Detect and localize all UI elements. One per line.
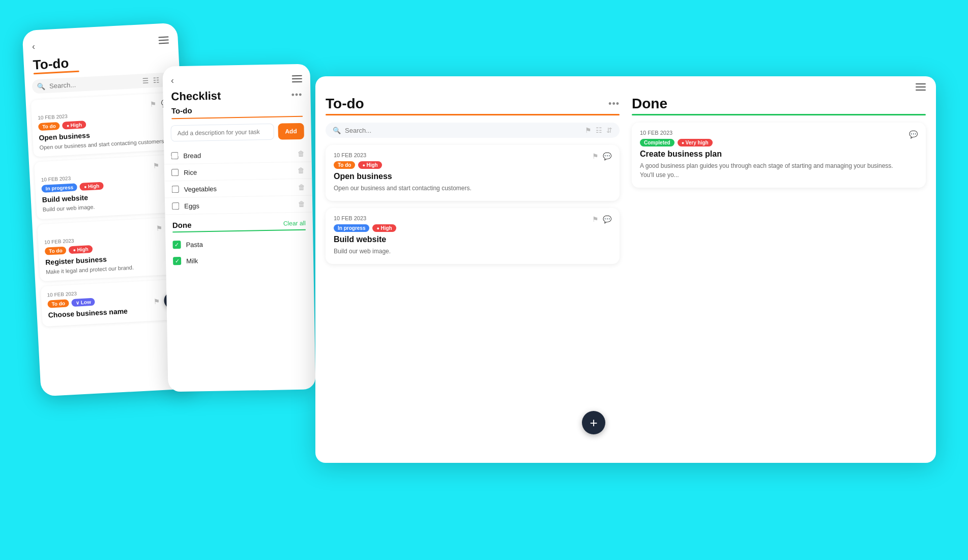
hamburger-menu[interactable] [916,83,926,91]
bookmark-icon-card1[interactable]: ⚑ [592,152,599,160]
checklist-item-rice: Rice 🗑 [164,162,312,181]
add-task-fab[interactable]: + [582,411,605,434]
todo-search-input[interactable] [345,127,581,134]
tag-todo-card1: To do [334,161,355,169]
delete-icon-rice[interactable]: 🗑 [298,166,305,174]
done-label-milk: Milk [186,257,198,264]
screen3-desktop: To-do ••• 🔍 ⚑ ☷ ⇵ 10 FEB 2023 To do [315,76,936,463]
checkbox-rice[interactable] [171,169,179,176]
todo-task-card-1[interactable]: 10 FEB 2023 To do High Open business Ope… [326,145,620,201]
check-icon-milk: ✓ [173,257,181,265]
tag-todo: To do [45,246,67,255]
menu-button-2[interactable] [292,75,302,82]
back-button-2[interactable]: ‹ [171,75,174,86]
card-title: Choose business name [48,306,154,319]
done-card1-date: 10 FEB 2023 [640,130,905,136]
todo-card2-desc: Build our web image. [334,247,588,256]
bookmark-icon[interactable]: ⚑ [156,224,163,232]
bookmark-icon[interactable]: ⚑ [150,100,157,108]
todo-card2-date: 10 FEB 2023 [334,215,588,221]
checklist-item-eggs: Eggs 🗑 [165,195,313,215]
filter-icon[interactable]: ☷ [153,76,160,84]
tag-low: ∨ Low [72,298,96,307]
tag-high: High [62,121,86,129]
task-card-3[interactable]: ⚑ 💬 10 FEB 2023 To do High Register busi… [37,217,185,281]
todo-task-card-2[interactable]: 10 FEB 2023 In progress High Build websi… [326,208,620,264]
bookmark-filter-icon[interactable]: ⚑ [585,126,592,134]
delete-icon-eggs[interactable]: 🗑 [298,200,305,208]
screen2-checklist: ‹ Checklist ••• To-do Add Bread 🗑 Rice 🗑… [162,64,315,392]
checklist-item-bread: Bread 🗑 [164,145,312,164]
todo-search-bar: 🔍 ⚑ ☷ ⇵ [326,123,620,138]
done-col-header: Done [632,96,926,112]
add-task-input[interactable] [170,124,274,142]
todo-column: To-do ••• 🔍 ⚑ ☷ ⇵ 10 FEB 2023 To do [326,96,620,447]
todo-card2-title: Build website [334,235,588,244]
done-card1-title: Create business plan [640,150,905,159]
delete-icon-bread[interactable]: 🗑 [297,150,304,158]
done-col-title: Done [632,96,667,112]
item-label-rice: Rice [184,167,292,176]
checkbox-vegetables[interactable] [172,186,179,193]
sort-icon-2[interactable]: ⇵ [606,126,612,134]
comment-icon-done1[interactable]: 💬 [909,130,918,138]
done-underline [632,114,926,115]
checkbox-bread[interactable] [171,152,178,159]
todo-card1-date: 10 FEB 2023 [334,152,588,158]
done-section-header: Done Clear all [165,212,313,231]
tag-veryhigh-card1: Very high [678,139,713,146]
add-task-button[interactable]: Add [278,123,304,140]
search-icon: 🔍 [37,82,46,91]
todo-col-header: To-do ••• [326,96,620,112]
todo-section-title: To-do [163,104,311,115]
check-icon-pasta: ✓ [172,241,181,249]
checkbox-eggs[interactable] [172,202,179,210]
clear-all-button[interactable]: Clear all [283,219,306,227]
done-item-milk: ✓ Milk [166,250,314,269]
task-card-4[interactable]: 10 FEB 2023 To do ∨ Low Choose business … [41,279,188,327]
menu-button[interactable] [158,36,169,44]
done-section-title: Done [172,221,192,230]
tag-inprogress-card2: In progress [334,224,369,232]
add-task-row: Add [163,123,311,142]
delete-icon-vegetables[interactable]: 🗑 [298,183,305,191]
more-options-button[interactable]: ••• [291,89,302,100]
item-label-bread: Bread [183,150,292,160]
todo-more-button[interactable]: ••• [608,99,620,109]
todo-card1-title: Open business [334,172,588,181]
tag-high: High [80,182,104,191]
tag-completed-card1: Completed [640,139,674,146]
screen3-body: To-do ••• 🔍 ⚑ ☷ ⇵ 10 FEB 2023 To do [315,91,936,452]
done-column: Done 10 FEB 2023 Completed Very high Cre… [632,96,926,447]
bookmark-icon[interactable]: ☰ [142,77,149,85]
screen3-topbar [315,76,936,91]
screen2-header: ‹ [162,64,310,91]
filter-icon-2[interactable]: ☷ [596,126,602,134]
orange-divider [171,116,303,120]
done-item-pasta: ✓ Pasta [165,234,313,253]
bookmark-icon-card2[interactable]: ⚑ [592,215,599,223]
todo-col-title: To-do [326,96,364,112]
tag-todo: To do [47,300,69,308]
done-label-pasta: Pasta [186,241,203,249]
done-task-card-1[interactable]: 10 FEB 2023 Completed Very high Create b… [632,123,926,188]
item-label-vegetables: Vegetables [184,184,293,193]
comment-icon-card2[interactable]: 💬 [603,215,611,223]
task-card-1[interactable]: ⚑ 💬 10 FEB 2023 To do High Open business… [31,93,179,157]
tag-inprogress: In progress [41,184,77,193]
search-icon-2: 🔍 [333,127,341,134]
tag-high: High [69,245,93,254]
checklist-item-vegetables: Vegetables 🗑 [164,179,312,198]
done-card1-desc: A good business plan guides you through … [640,161,905,180]
checklist-title: Checklist [171,90,221,104]
comment-icon-card1[interactable]: 💬 [603,152,611,160]
bookmark-icon[interactable]: ⚑ [153,297,160,306]
todo-underline [326,114,620,115]
task-card-2[interactable]: ⚑ 💬 10 FEB 2023 In progress High Build w… [34,155,182,219]
back-button[interactable]: ‹ [32,41,35,52]
item-label-eggs: Eggs [184,200,293,210]
bookmark-icon[interactable]: ⚑ [153,162,160,170]
tag-high-card1: High [358,161,382,169]
search-input[interactable] [49,77,138,90]
tag-high-card2: High [372,224,396,232]
